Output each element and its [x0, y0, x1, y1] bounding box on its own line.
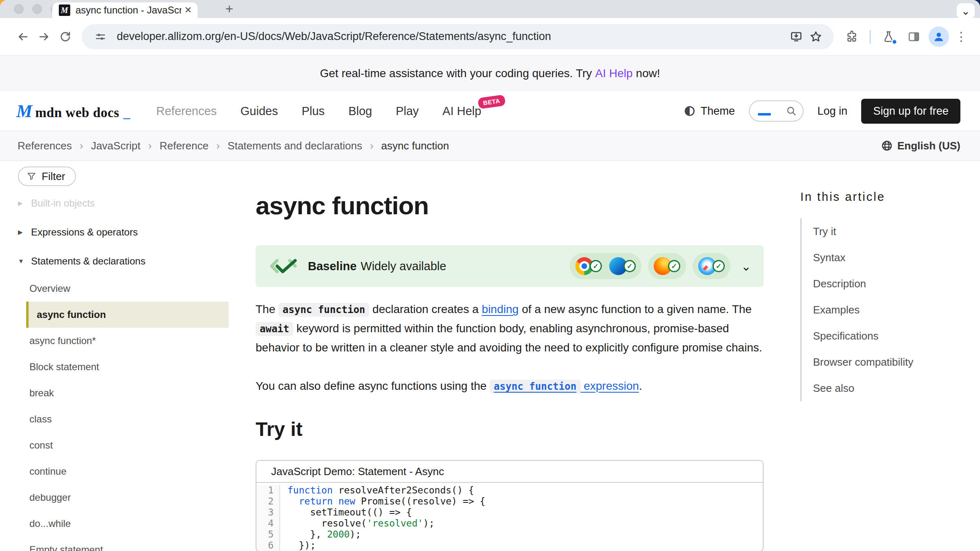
baseline-availability: Widely available	[361, 260, 446, 273]
side-panel-icon[interactable]	[903, 26, 924, 47]
baseline-banner[interactable]: BaselineWidely available ⌄	[256, 245, 764, 287]
theme-toggle[interactable]: Theme	[684, 105, 735, 118]
back-button[interactable]	[12, 26, 33, 47]
login-link[interactable]: Log in	[817, 105, 848, 118]
sidebar-item[interactable]: async function	[26, 302, 229, 328]
breadcrumb-bar: ReferencesJavaScriptReferenceStatements …	[0, 131, 980, 161]
sidebar-item[interactable]: async function*	[18, 328, 229, 354]
demo-title: JavaScript Demo: Statement - Async	[256, 461, 763, 483]
language-switcher[interactable]: English (US)	[881, 140, 960, 152]
search-input[interactable]	[749, 100, 804, 122]
nav-blog[interactable]: Blog	[348, 104, 372, 118]
nav-ai-help-label: AI Help	[443, 104, 481, 118]
url-bar[interactable]: developer.allizom.org/en-US/docs/Web/Jav…	[82, 24, 834, 49]
sidebar-item[interactable]: const	[18, 432, 229, 458]
sidebar-filter-button[interactable]: Filter	[18, 167, 76, 186]
minimize-window-button[interactable]	[32, 4, 42, 14]
breadcrumb-item[interactable]: References	[18, 140, 91, 152]
sidebar-item[interactable]: continue	[18, 458, 229, 484]
install-app-icon[interactable]	[786, 27, 806, 47]
toc-item[interactable]: Syntax	[802, 244, 972, 271]
expand-triangle-icon[interactable]: ▶	[18, 229, 25, 236]
sidebar-section-label: Built-in objects	[31, 198, 95, 209]
notification-dot	[891, 39, 898, 45]
sidebar-item[interactable]: do...while	[18, 511, 229, 537]
nav-play[interactable]: Play	[396, 104, 419, 118]
sidebar-item-label: Overview	[29, 283, 70, 294]
breadcrumb-item[interactable]: JavaScript	[91, 140, 160, 152]
toolbar-divider	[870, 30, 871, 44]
mdn-favicon-icon	[59, 4, 70, 16]
experiments-flask-icon[interactable]	[878, 26, 899, 47]
reload-button[interactable]	[55, 26, 76, 47]
toc-item[interactable]: Try it	[802, 218, 972, 244]
bookmark-star-icon[interactable]	[806, 27, 826, 47]
intro-text: of a new async function to a given name.…	[519, 303, 752, 315]
page-title: async function	[256, 191, 764, 220]
sidebar-item-label: class	[29, 413, 52, 425]
tab-close-icon[interactable]: ✕	[185, 5, 192, 16]
mdn-logo[interactable]: M mdn web docs _	[16, 101, 130, 122]
close-window-button[interactable]	[14, 4, 24, 14]
sidebar-item-label: continue	[29, 466, 67, 477]
async-function-expression-link[interactable]: async function expression	[490, 380, 639, 392]
sidebar-section[interactable]: ▼ Statements & declarations	[18, 247, 229, 276]
breadcrumb-item[interactable]: Statements and declarations	[227, 140, 381, 152]
toc-item[interactable]: See also	[802, 375, 972, 401]
filter-label: Filter	[42, 170, 65, 183]
site-settings-icon[interactable]	[91, 27, 110, 47]
breadcrumb-item[interactable]: async function	[381, 140, 449, 152]
sidebar-item[interactable]: Block statement	[18, 354, 229, 380]
tab-search-button[interactable]: ⌄	[957, 3, 975, 19]
docs-sidebar: Filter ▶ Built-in objects ▶ Expressions …	[0, 161, 229, 551]
nav-references[interactable]: References	[156, 104, 217, 118]
toc-item[interactable]: Description	[802, 271, 972, 297]
sidebar-item-label: debugger	[29, 492, 71, 503]
url-text[interactable]: developer.allizom.org/en-US/docs/Web/Jav…	[117, 30, 786, 43]
intro-text: declaration creates a	[369, 303, 482, 315]
sidebar-item[interactable]: Empty statement	[18, 537, 229, 551]
nav-guides[interactable]: Guides	[241, 104, 278, 118]
sidebar-section[interactable]: ▶ Expressions & operators	[18, 218, 229, 247]
browser-menu-icon[interactable]: ⋮	[953, 29, 969, 44]
sidebar-item-label: Block statement	[29, 361, 99, 373]
binding-link[interactable]: binding	[482, 303, 519, 315]
theme-label: Theme	[701, 105, 735, 118]
nav-plus[interactable]: Plus	[302, 104, 325, 118]
ai-help-link[interactable]: AI Help	[595, 67, 633, 80]
intro-text: keyword is permitted within the function…	[256, 322, 762, 354]
profile-avatar[interactable]	[929, 27, 949, 47]
async-function-code: async function	[278, 303, 369, 317]
toc-item[interactable]: Examples	[802, 297, 972, 323]
firefox-supported-check-icon	[668, 260, 680, 272]
page-content: Filter ▶ Built-in objects ▶ Expressions …	[0, 161, 980, 551]
site-header: M mdn web docs _ References Guides Plus …	[0, 91, 980, 131]
sidebar-item[interactable]: Overview	[18, 276, 229, 302]
search-icon	[786, 105, 797, 117]
edge-supported-check-icon	[624, 260, 636, 272]
extensions-icon[interactable]	[841, 26, 862, 47]
toc-item[interactable]: Browser compatibility	[802, 349, 972, 375]
sidebar-item[interactable]: break	[18, 380, 229, 406]
sidebar-section[interactable]: ▶ Built-in objects	[18, 189, 229, 218]
signup-button[interactable]: Sign up for free	[861, 99, 960, 124]
forward-button[interactable]	[33, 26, 55, 47]
mdn-logo-cursor: _	[123, 105, 130, 120]
mdn-logo-text: mdn web docs	[35, 105, 119, 120]
new-tab-button[interactable]: +	[225, 2, 233, 16]
sidebar-item[interactable]: class	[18, 406, 229, 432]
interactive-demo: JavaScript Demo: Statement - Async 1func…	[256, 460, 764, 551]
expression-link-label: expression	[581, 380, 639, 392]
chrome-supported-check-icon	[590, 260, 602, 272]
toc-item[interactable]: Specifications	[802, 323, 972, 349]
sidebar-item[interactable]: debugger	[18, 484, 229, 511]
expand-triangle-icon[interactable]: ▼	[18, 258, 25, 264]
breadcrumb-item[interactable]: Reference	[160, 140, 228, 152]
main-nav: References Guides Plus Blog Play AI Help…	[156, 104, 481, 118]
browser-tab[interactable]: async function - JavaScript | ✕	[52, 2, 198, 18]
baseline-expand-chevron-icon[interactable]: ⌄	[741, 259, 751, 273]
demo-code[interactable]: 1function resolveAfter2Seconds() {2 retu…	[256, 483, 763, 551]
expand-triangle-icon[interactable]: ▶	[18, 200, 25, 207]
nav-ai-help[interactable]: AI Help BETA	[443, 104, 481, 118]
browser-window: async function - JavaScript | ✕ + ⌄ deve…	[0, 0, 980, 551]
